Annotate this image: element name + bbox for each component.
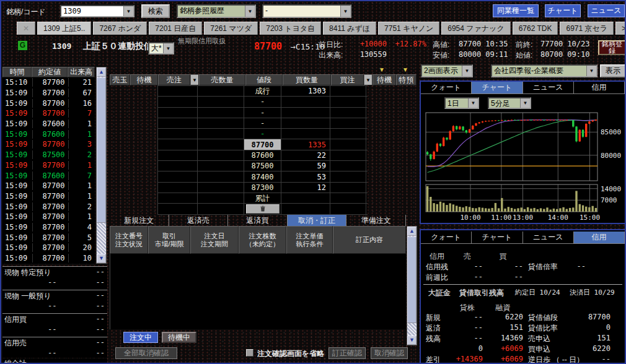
stock-tab-2[interactable]: 7267 ホンダ <box>93 22 147 35</box>
chevron-down-icon[interactable]: ▼ <box>468 98 478 108</box>
board-sell-qty-cell[interactable] <box>198 108 244 118</box>
tape-row[interactable]: 15:098770020 <box>2 243 95 253</box>
tape-row[interactable]: 15:098770016 <box>2 98 95 108</box>
news-button[interactable]: ニュース <box>588 4 625 17</box>
stock-tab-4[interactable]: 7261 マツダ <box>204 22 258 35</box>
stock-tabs-more-button[interactable]: >> <box>615 22 626 35</box>
tape-row[interactable]: 15:09875002 <box>2 150 95 160</box>
board-price-cell[interactable]: - <box>244 129 281 139</box>
sell-order-dropdown-icon[interactable]: ▼ <box>190 74 199 85</box>
chevron-down-icon[interactable]: ▼ <box>123 6 133 16</box>
board-buy-order-cell[interactable] <box>330 193 366 203</box>
board-sell-qty-cell[interactable] <box>198 97 244 106</box>
board-buy-qty-cell[interactable]: 22 <box>281 150 330 160</box>
board-price-cell[interactable]: 87400 <box>244 171 281 181</box>
tape-row[interactable]: 15:09876001 <box>2 129 95 139</box>
board-sell-qty-cell[interactable] <box>198 139 244 149</box>
board-buy-qty-cell[interactable] <box>281 129 330 139</box>
board-buy-order-cell[interactable] <box>330 108 366 118</box>
board-buy-qty-cell[interactable] <box>281 97 330 106</box>
chevron-down-icon[interactable]: ▼ <box>520 98 530 108</box>
board-sell-qty-cell[interactable] <box>198 150 244 160</box>
board-buy-order-cell[interactable] <box>330 161 366 171</box>
stock-tab-6[interactable]: 8411 みずほ <box>323 22 376 35</box>
board-price-cell[interactable]: - <box>244 108 281 118</box>
order-tab-1[interactable]: 返済売 <box>169 215 229 226</box>
board-buy-qty-cell[interactable]: 53 <box>281 171 330 181</box>
order-tab-4[interactable]: 準備注文 <box>346 215 406 226</box>
symbol-code-combo[interactable]: 1309 ▼ <box>60 5 134 17</box>
board-sell-order-cell[interactable] <box>158 161 198 171</box>
stock-tab-0[interactable]: ✕ <box>17 22 35 35</box>
board-row[interactable]: 累計 <box>158 193 368 204</box>
board-buy-qty-cell[interactable] <box>281 108 330 118</box>
chart-tab-1[interactable]: チャート <box>472 82 522 93</box>
orders-waiting-filter-button[interactable]: 待機中 <box>162 332 196 343</box>
peer-list-button[interactable]: 同業種一覧 <box>493 4 539 17</box>
search-button[interactable]: 検索 <box>141 4 170 18</box>
board-row[interactable]: 8740053 <box>158 171 368 182</box>
board-sell-order-cell[interactable] <box>158 97 198 106</box>
stock-tab-8[interactable]: 6954 ファナック <box>441 22 510 35</box>
board-buy-qty-cell[interactable] <box>281 193 330 203</box>
tape-row[interactable]: 15:098770010 <box>2 253 95 264</box>
board-sell-qty-cell[interactable] <box>198 161 244 171</box>
interval-dropdown[interactable]: 5分足 ▼ <box>488 97 531 109</box>
register-symbol-button[interactable]: 銘柄登録 <box>598 40 626 55</box>
chart-tab-0[interactable]: クォート <box>421 82 472 93</box>
board-row[interactable]: - <box>158 108 368 118</box>
board-sell-order-cell[interactable] <box>158 129 198 139</box>
stock-tab-9[interactable]: 6762 TDK <box>513 22 558 35</box>
cancel-confirm-button[interactable]: 取消確認 <box>371 347 408 359</box>
board-row[interactable]: 成行1303 <box>158 86 368 97</box>
board-buy-order-cell[interactable] <box>330 129 366 139</box>
board-buy-order-cell[interactable] <box>330 150 366 160</box>
board-sell-order-cell[interactable] <box>158 118 198 128</box>
tape-scrollbar[interactable]: ▲ ▼ <box>96 67 107 264</box>
board-sell-order-cell[interactable] <box>158 108 198 118</box>
board-price-cell[interactable]: 87500 <box>244 161 281 171</box>
order-scrollbar[interactable]: ▲ ▼ <box>407 226 417 345</box>
chart-tab-2[interactable]: ニュース <box>523 82 574 93</box>
tape-row[interactable]: 15:09877001 <box>2 212 95 222</box>
board-price-cell[interactable]: 87700 <box>244 139 281 149</box>
board-sell-qty-cell[interactable] <box>198 118 244 128</box>
board-buy-order-cell[interactable] <box>330 86 366 96</box>
margin-tab-0[interactable]: クォート <box>421 232 472 243</box>
memo-dropdown[interactable]: - ▼ <box>262 4 351 18</box>
order-list-body[interactable] <box>110 254 406 329</box>
board-buy-order-cell[interactable] <box>330 171 366 181</box>
dual-view-dropdown[interactable]: 2画面表示 ▼ <box>421 64 473 77</box>
tape-row[interactable]: 15:09876001 <box>2 119 95 129</box>
stock-tab-7[interactable]: 7751 キヤノン <box>378 22 439 35</box>
chevron-down-icon[interactable]: ▼ <box>340 6 350 17</box>
chart-tab-3[interactable]: 信用 <box>574 82 625 93</box>
board-price-cell[interactable]: 成行 <box>244 86 281 96</box>
tape-row[interactable]: 15:09877001 <box>2 160 95 171</box>
board-row[interactable]: - <box>158 118 368 129</box>
board-buy-qty-cell[interactable]: 12 <box>281 183 330 193</box>
board-price-cell[interactable]: - <box>244 118 281 128</box>
cancel-all-confirm-button[interactable]: 全部取消確認 <box>115 347 177 359</box>
board-sell-qty-cell[interactable] <box>198 171 244 181</box>
board-sell-order-cell[interactable] <box>158 171 198 181</box>
chevron-down-icon[interactable]: ▼ <box>462 66 472 76</box>
scroll-up-icon[interactable]: ▲ <box>97 67 106 77</box>
board-sell-qty-cell[interactable] <box>198 86 244 96</box>
board-buy-qty-cell[interactable] <box>281 118 330 128</box>
chevron-down-icon[interactable]: ▼ <box>245 6 255 17</box>
lot-size-dropdown[interactable]: 大* ▼ <box>148 42 174 54</box>
board-buy-order-cell[interactable] <box>330 139 366 149</box>
board-row[interactable]: - <box>158 97 368 107</box>
tape-row[interactable]: 15:09877003 <box>2 139 95 150</box>
tape-row[interactable]: 15:09876007 <box>2 170 95 181</box>
chevron-down-icon[interactable]: ▼ <box>163 43 173 53</box>
margin-tab-2[interactable]: ニュース <box>523 232 574 243</box>
stock-tab-5[interactable]: 7203 トヨタ自 <box>260 22 321 35</box>
scrollbar-thumb[interactable] <box>407 236 417 323</box>
amend-confirm-button[interactable]: 訂正確認 <box>328 347 366 359</box>
trash-button[interactable] <box>246 204 280 214</box>
scroll-down-icon[interactable]: ▼ <box>407 336 417 345</box>
period-dropdown[interactable]: 1日 ▼ <box>444 97 479 109</box>
order-tab-2[interactable]: 返済買 <box>228 215 288 226</box>
